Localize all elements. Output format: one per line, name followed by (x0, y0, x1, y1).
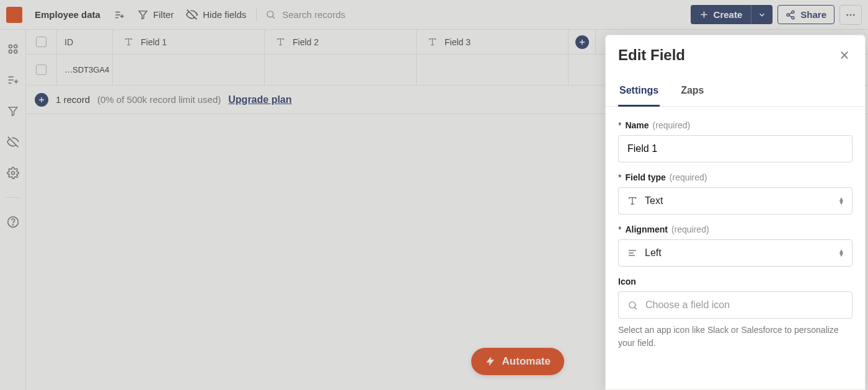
panel-tabs: Settings Zaps (606, 74, 865, 107)
record-limit: (0% of 500k record limit used) (97, 94, 221, 105)
header-field-2-label: Field 2 (293, 37, 319, 47)
field-type-select[interactable]: Text ▲▼ (618, 187, 852, 215)
eye-off-icon (186, 9, 198, 20)
header-checkbox-cell (26, 30, 57, 54)
row-cell-2[interactable] (265, 55, 417, 85)
add-field-cell (569, 30, 596, 54)
svg-marker-28 (9, 107, 17, 116)
table-title: Employee data (35, 9, 100, 20)
field-type-label: Field type (625, 172, 665, 182)
row-id-value: …SDT3GA4 (64, 65, 109, 74)
filter-icon (138, 9, 148, 20)
more-horizontal-icon (845, 9, 856, 20)
svg-point-32 (12, 224, 13, 225)
name-input[interactable] (627, 143, 843, 154)
plus-list-icon (114, 9, 125, 20)
required-asterisk: * (618, 172, 621, 182)
text-type-icon (627, 196, 637, 206)
create-label: Create (714, 9, 743, 20)
row-checkbox-cell (26, 55, 57, 85)
align-left-icon (627, 248, 637, 258)
rail-help-icon[interactable] (6, 215, 20, 229)
rail-add-icon[interactable] (6, 73, 20, 87)
header-field-3-label: Field 3 (445, 37, 471, 47)
share-icon (786, 10, 795, 20)
svg-point-13 (792, 16, 794, 19)
alignment-value: Left (645, 247, 662, 259)
tab-zaps[interactable]: Zaps (680, 80, 705, 106)
automate-button[interactable]: Automate (471, 348, 564, 375)
header-id[interactable]: ID (57, 30, 113, 54)
create-button[interactable]: Create (691, 5, 751, 24)
add-record-button[interactable] (35, 93, 48, 107)
name-label: Name (625, 120, 649, 130)
toolbar-divider (256, 8, 257, 22)
app-logo[interactable] (6, 7, 22, 23)
row-cell-3[interactable] (417, 55, 569, 85)
icon-label: Icon (618, 277, 636, 286)
svg-line-8 (273, 17, 275, 19)
alignment-select[interactable]: Left ▲▼ (618, 239, 852, 267)
search-input-wrap[interactable]: Search records (260, 6, 690, 24)
rail-hide-icon[interactable] (6, 135, 20, 149)
svg-point-12 (787, 14, 789, 16)
close-button[interactable] (836, 47, 852, 63)
svg-line-14 (789, 12, 792, 14)
topbar: Employee data Filter Hide fields Search … (0, 0, 868, 30)
svg-point-18 (853, 14, 855, 16)
header-id-label: ID (64, 37, 73, 47)
search-placeholder: Search records (282, 9, 345, 20)
svg-point-21 (9, 50, 12, 53)
record-count: 1 record (56, 94, 90, 105)
svg-point-19 (9, 45, 12, 48)
header-field-2[interactable]: Field 2 (265, 30, 417, 54)
close-icon (839, 50, 850, 61)
rail-apps-icon[interactable] (6, 42, 20, 56)
svg-point-30 (11, 172, 14, 175)
svg-line-51 (635, 307, 637, 309)
header-field-3[interactable]: Field 3 (417, 30, 569, 54)
more-button[interactable] (839, 5, 862, 25)
row-id-cell[interactable]: …SDT3GA4 (57, 55, 113, 85)
icon-group: Icon Choose a field icon Select an app i… (618, 277, 852, 350)
required-asterisk: * (618, 120, 621, 130)
svg-line-15 (789, 16, 792, 17)
header-field-1-label: Field 1 (141, 37, 167, 47)
row-cell-1[interactable] (113, 55, 265, 85)
svg-point-11 (792, 11, 794, 13)
rail-filter-icon[interactable] (6, 104, 20, 118)
header-field-1[interactable]: Field 1 (113, 30, 265, 54)
hide-fields-button[interactable]: Hide fields (180, 5, 252, 24)
chevron-up-down-icon: ▲▼ (838, 197, 844, 205)
svg-point-50 (629, 301, 636, 308)
panel-title: Edit Field (618, 47, 685, 64)
name-input-wrap (618, 135, 852, 162)
row-checkbox[interactable] (36, 64, 46, 75)
svg-point-17 (850, 14, 852, 16)
upgrade-link[interactable]: Upgrade plan (228, 94, 291, 105)
svg-marker-5 (139, 11, 147, 19)
field-type-value: Text (645, 195, 663, 206)
add-view-button[interactable] (108, 6, 131, 24)
share-label: Share (800, 9, 826, 20)
plus-icon (38, 96, 45, 104)
tab-settings[interactable]: Settings (618, 80, 660, 107)
svg-point-16 (846, 14, 848, 16)
chevron-down-icon (758, 11, 766, 19)
alignment-hint: (required) (671, 224, 709, 234)
search-icon (627, 300, 638, 311)
icon-picker[interactable]: Choose a field icon (618, 291, 852, 319)
share-button[interactable]: Share (777, 5, 835, 24)
hide-fields-label: Hide fields (203, 9, 246, 20)
icon-help-text: Select an app icon like Slack or Salesfo… (618, 324, 852, 350)
alignment-label: Alignment (625, 224, 667, 234)
field-type-group: * Field type (required) Text ▲▼ (618, 172, 852, 215)
lightning-icon (485, 356, 496, 367)
alignment-group: * Alignment (required) Left ▲▼ (618, 224, 852, 267)
rail-settings-icon[interactable] (6, 166, 20, 180)
select-all-checkbox[interactable] (36, 37, 46, 47)
add-field-button[interactable] (575, 35, 589, 49)
filter-button[interactable]: Filter (131, 6, 180, 24)
field-type-hint: (required) (670, 172, 707, 182)
create-dropdown-button[interactable] (751, 5, 773, 24)
